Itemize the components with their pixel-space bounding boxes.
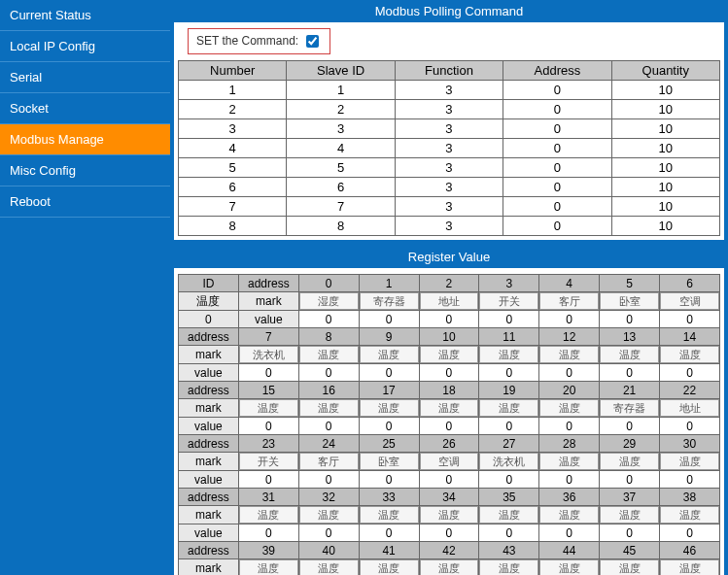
reg-value-label: value xyxy=(179,471,239,489)
mark-button[interactable]: 温度 xyxy=(600,453,659,470)
mark-button[interactable]: 温度 xyxy=(299,346,359,363)
mark-button[interactable]: 温度 xyxy=(539,453,599,470)
reg-value-cell: 0 xyxy=(298,524,359,542)
reg-address-label: address xyxy=(179,542,239,559)
register-mark-cell: 空调 xyxy=(419,453,479,471)
register-mark-cell: 洗衣机 xyxy=(479,453,539,471)
register-mark-cell: 湿度 xyxy=(298,292,359,311)
mark-button[interactable]: 温度 xyxy=(360,399,419,417)
reg-value-cell: 0 xyxy=(539,311,600,328)
mark-button[interactable]: 温度 xyxy=(479,399,538,417)
mark-button[interactable]: 温度 xyxy=(479,559,538,575)
reg-value-cell: 0 xyxy=(419,364,479,382)
set-command-checkbox[interactable] xyxy=(306,35,319,48)
mark-button[interactable]: 地址 xyxy=(420,292,479,310)
mark-button[interactable]: 温度 xyxy=(360,346,419,363)
reg-address-head: 36 xyxy=(539,489,600,506)
mark-button[interactable]: 温度 xyxy=(360,506,419,524)
mark-button[interactable]: 卧室 xyxy=(600,292,659,310)
mark-button[interactable]: 温度 xyxy=(600,506,659,524)
sidebar-item-current-status[interactable]: Current Status xyxy=(0,0,170,31)
poll-col-address: Address xyxy=(503,61,611,81)
mark-button[interactable]: 温度 xyxy=(660,506,719,524)
mark-button[interactable]: 洗衣机 xyxy=(479,453,538,470)
mark-button[interactable]: 温度 xyxy=(299,399,359,417)
mark-button[interactable]: 客厅 xyxy=(299,453,359,470)
reg-value-label: value xyxy=(179,418,239,435)
register-mark-cell: 温度 xyxy=(419,506,479,524)
reg-value-cell: 0 xyxy=(479,471,539,489)
mark-button[interactable]: 温度 xyxy=(420,399,479,417)
sidebar-item-reboot[interactable]: Reboot xyxy=(0,186,170,218)
reg-address-label: address xyxy=(179,435,239,453)
register-mark-cell: 温度 xyxy=(660,559,720,576)
register-mark-cell: 温度 xyxy=(298,346,359,364)
register-table: IDaddress0123456温度mark湿度寄存器地址开关客厅卧室空调0va… xyxy=(178,274,720,575)
reg-address-head: 27 xyxy=(479,435,539,453)
register-mark-cell: 地址 xyxy=(419,292,479,311)
mark-button[interactable]: 温度 xyxy=(420,346,479,363)
reg-value-cell: 0 xyxy=(479,364,539,382)
mark-button[interactable]: 温度 xyxy=(660,559,719,575)
mark-button[interactable]: 温度 xyxy=(420,559,479,575)
mark-button[interactable]: 空调 xyxy=(420,453,479,470)
sidebar-item-local-ip-config[interactable]: Local IP Config xyxy=(0,31,170,62)
mark-button[interactable]: 客厅 xyxy=(539,292,599,310)
mark-button[interactable]: 温度 xyxy=(539,506,599,524)
reg-value-cell: 0 xyxy=(298,364,359,382)
mark-button[interactable]: 温度 xyxy=(299,559,359,575)
reg-address-head: 7 xyxy=(238,328,298,346)
mark-button[interactable]: 洗衣机 xyxy=(239,346,298,363)
mark-button[interactable]: 温度 xyxy=(600,346,659,363)
mark-button[interactable]: 温度 xyxy=(539,399,599,417)
register-mark-cell: 温度 xyxy=(600,559,660,576)
mark-button[interactable]: 寄存器 xyxy=(360,292,419,310)
sidebar-item-socket[interactable]: Socket xyxy=(0,93,170,124)
register-mark-cell: 温度 xyxy=(660,453,720,471)
register-mark-cell: 温度 xyxy=(479,506,539,524)
reg-address-head: 25 xyxy=(359,435,419,453)
reg-address-head: 37 xyxy=(600,489,660,506)
register-mark-cell: 客厅 xyxy=(298,453,359,471)
mark-button[interactable]: 温度 xyxy=(420,506,479,524)
register-mark-cell: 洗衣机 xyxy=(238,346,298,364)
mark-button[interactable]: 温度 xyxy=(239,399,298,417)
mark-button[interactable]: 卧室 xyxy=(360,453,419,470)
mark-button[interactable]: 温度 xyxy=(239,559,298,575)
mark-button[interactable]: 温度 xyxy=(239,506,298,524)
mark-button[interactable]: 开关 xyxy=(239,453,298,470)
sidebar-item-modbus-manage[interactable]: Modbus Manage xyxy=(0,124,170,155)
main-content: Modbus Polling Command SET the Command: … xyxy=(170,0,728,575)
mark-button[interactable]: 温度 xyxy=(479,506,538,524)
mark-button[interactable]: 温度 xyxy=(479,346,538,363)
sidebar-item-misc-config[interactable]: Misc Config xyxy=(0,155,170,186)
mark-button[interactable]: 地址 xyxy=(660,399,719,417)
mark-button[interactable]: 温度 xyxy=(600,559,659,575)
reg-address-head: 10 xyxy=(419,328,479,346)
mark-button[interactable]: 温度 xyxy=(539,346,599,363)
mark-button[interactable]: 开关 xyxy=(479,292,538,310)
reg-address-head: 44 xyxy=(539,542,600,559)
mark-button[interactable]: 温度 xyxy=(660,346,719,363)
reg-address-head: 8 xyxy=(298,328,359,346)
mark-button[interactable]: 寄存器 xyxy=(600,399,659,417)
mark-button[interactable]: 湿度 xyxy=(299,292,359,310)
reg-address-head: 22 xyxy=(660,382,720,399)
register-mark-cell: 温度 xyxy=(479,559,539,576)
reg-mark-label: mark xyxy=(179,453,239,471)
mark-button[interactable]: 温度 xyxy=(539,559,599,575)
register-mark-cell: 温度 xyxy=(539,399,600,418)
mark-button[interactable]: 空调 xyxy=(660,292,719,310)
mark-button[interactable]: 温度 xyxy=(660,453,719,470)
reg-address-head: 20 xyxy=(539,382,600,399)
sidebar-item-serial[interactable]: Serial xyxy=(0,62,170,93)
reg-address-head: 6 xyxy=(660,275,720,292)
mark-button[interactable]: 温度 xyxy=(299,506,359,524)
mark-button[interactable]: 温度 xyxy=(360,559,419,575)
reg-col-id: ID xyxy=(179,275,239,292)
reg-address-head: 29 xyxy=(600,435,660,453)
poll-col-function: Function xyxy=(395,61,503,81)
reg-col-address: address xyxy=(238,275,298,292)
register-panel: Register Value IDaddress0123456温度mark湿度寄… xyxy=(174,246,724,575)
register-mark-cell: 卧室 xyxy=(600,292,660,311)
